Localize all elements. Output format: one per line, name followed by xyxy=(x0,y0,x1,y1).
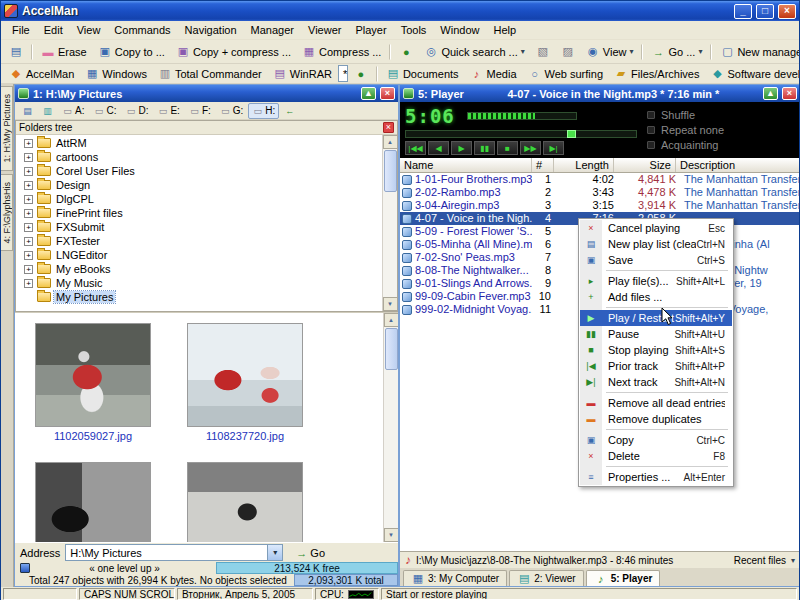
seek-slider[interactable] xyxy=(405,130,637,138)
close-folders-tree-icon[interactable] xyxy=(383,122,394,133)
playlist-row[interactable]: 3-04-Airegin.mp3 3 3:15 3,914 K The Manh… xyxy=(400,199,799,212)
tree-item[interactable]: + My Music xyxy=(16,276,382,290)
toolbar-button[interactable] xyxy=(31,44,33,60)
file-panel-title-bar[interactable]: 1: H:\My Pictures xyxy=(15,85,398,102)
transport-button[interactable]: ◀ xyxy=(428,141,449,155)
tree-item[interactable]: + Design xyxy=(16,178,382,192)
favorites-toolbar-button[interactable]: ◆ Software development xyxy=(706,65,800,83)
menu-item[interactable]: Commands xyxy=(107,22,177,38)
thumbnail-image[interactable] xyxy=(187,323,303,427)
favorites-toolbar-button[interactable]: ♪ Media xyxy=(465,65,522,83)
context-menu-item[interactable]: ▮▮ Pause Shift+Alt+U xyxy=(580,326,732,342)
favorites-toolbar-button[interactable]: *.* ▾ xyxy=(338,65,348,82)
minimize-button[interactable] xyxy=(734,4,752,19)
drive-button[interactable]: ▭ H: xyxy=(248,103,279,119)
favorites-toolbar-button[interactable] xyxy=(376,66,378,82)
toolbar-button[interactable]: ◉ View ▾ xyxy=(581,43,639,61)
menu-item[interactable]: Player xyxy=(348,22,393,38)
context-menu-item[interactable]: ■ Stop playing Shift+Alt+S xyxy=(580,342,732,358)
context-menu-item[interactable]: ▣ Save Ctrl+S xyxy=(580,252,732,268)
toolbar-button[interactable]: ▬ Erase xyxy=(36,43,92,61)
tree-expander-icon[interactable]: + xyxy=(24,223,33,232)
panel-tab-vertical[interactable]: 1: H:\My Pictures xyxy=(1,86,13,171)
thumbnail[interactable] xyxy=(35,462,151,542)
thumbnail-image[interactable] xyxy=(187,462,303,542)
context-menu-item[interactable]: × Cancel playing Esc xyxy=(580,220,732,236)
tree-expander-icon[interactable]: + xyxy=(24,251,33,260)
toolbar-button[interactable]: ▢ New manager xyxy=(715,43,799,61)
context-menu-item[interactable]: ▬ Remove all dead entries xyxy=(580,395,732,411)
tree-expander-icon[interactable]: + xyxy=(24,209,33,218)
thumbnail[interactable]: 1102059027.jpg xyxy=(35,323,151,442)
favorites-toolbar-button[interactable]: ▰ Files/Archives xyxy=(609,65,704,83)
tree-item[interactable]: + DlgCPL xyxy=(16,192,382,206)
favorites-toolbar-button[interactable]: ▥ Total Commander xyxy=(153,65,267,83)
toolbar-button[interactable]: ▦ Compress ... xyxy=(297,43,386,61)
favorites-toolbar-button[interactable]: ◆ AccelMan xyxy=(4,65,79,83)
favorites-toolbar-button[interactable]: ▤ Documents xyxy=(381,65,464,83)
thumbnails-scrollbar[interactable] xyxy=(383,313,398,542)
favorites-toolbar-button[interactable]: ▤ WinRAR xyxy=(268,65,337,83)
tree-item[interactable]: + AttRM xyxy=(16,136,382,150)
player-mode-toggle[interactable]: Repeat none xyxy=(647,124,795,136)
transport-button[interactable]: ▶ xyxy=(451,141,472,155)
tree-item[interactable]: My Pictures xyxy=(16,290,382,304)
favorites-toolbar-button[interactable]: ● xyxy=(349,65,373,83)
tree-item-label[interactable]: LNGEditor xyxy=(54,249,109,261)
menu-item[interactable]: Window xyxy=(433,22,486,38)
drive-button[interactable]: ▥ xyxy=(38,103,57,119)
menu-item[interactable]: Help xyxy=(486,22,523,38)
tree-item[interactable]: + FinePrint files xyxy=(16,206,382,220)
drive-button[interactable]: ← xyxy=(280,103,299,119)
player-mode-toggle[interactable]: Acquainting xyxy=(647,139,795,151)
transport-button[interactable]: |◀◀ xyxy=(405,141,426,155)
tree-item-label[interactable]: My Pictures xyxy=(54,291,115,303)
level-up-label[interactable]: « one level up » xyxy=(33,563,216,574)
tree-expander-icon[interactable]: + xyxy=(24,265,33,274)
tree-item-label[interactable]: FinePrint files xyxy=(54,207,125,219)
player-title-bar[interactable]: 5: Player 4-07 - Voice in the Night.mp3 … xyxy=(400,85,799,102)
menu-item[interactable]: Manager xyxy=(244,22,301,38)
toolbar-button[interactable]: ▧ xyxy=(531,43,555,61)
thumbnail[interactable] xyxy=(187,462,303,542)
toolbar-button[interactable]: ▣ Copy to ... xyxy=(93,43,170,61)
context-menu-item[interactable]: ▤ New play list (clear) Ctrl+N xyxy=(580,236,732,252)
level-up-icon[interactable] xyxy=(20,563,30,573)
tree-scrollbar[interactable] xyxy=(382,135,397,311)
toolbar-button[interactable]: ▨ xyxy=(556,43,580,61)
drive-button[interactable]: ▭ D: xyxy=(121,103,152,119)
tree-item[interactable]: + cartoons xyxy=(16,150,382,164)
playlist-column-header[interactable]: # xyxy=(532,158,554,172)
toolbar-button[interactable]: → Go ... ▾ xyxy=(646,43,707,61)
toolbar-button[interactable] xyxy=(389,44,391,60)
go-button[interactable]: → Go xyxy=(288,545,333,561)
panel-tab-vertical[interactable]: 4: F:\GlyphsHis xyxy=(1,174,13,252)
seek-thumb[interactable] xyxy=(567,130,576,138)
playlist-column-header[interactable]: Size xyxy=(614,158,676,172)
tree-item-label[interactable]: cartoons xyxy=(54,151,100,163)
tree-item[interactable]: + My eBooks xyxy=(16,262,382,276)
transport-button[interactable]: ▶▶ xyxy=(520,141,541,155)
tree-item[interactable]: + FXSubmit xyxy=(16,220,382,234)
favorites-toolbar-button[interactable]: ○ Web surfing xyxy=(523,65,609,83)
tree-expander-icon[interactable]: + xyxy=(24,279,33,288)
toolbar-button[interactable] xyxy=(641,44,643,60)
transport-button[interactable]: ▮▮ xyxy=(474,141,495,155)
tree-expander-icon[interactable]: + xyxy=(24,237,33,246)
menu-item[interactable]: File xyxy=(5,22,37,38)
context-menu-item[interactable]: × Delete F8 xyxy=(580,448,732,464)
playlist-row[interactable]: 1-01-Four Brothers.mp3 1 4:02 4,841 K Th… xyxy=(400,173,799,186)
thumbnail[interactable]: 1108237720.jpg xyxy=(187,323,303,442)
drive-button[interactable]: ▭ A: xyxy=(58,103,88,119)
menu-item[interactable]: Edit xyxy=(37,22,70,38)
tree-item-label[interactable]: DlgCPL xyxy=(54,193,96,205)
tree-item-label[interactable]: Design xyxy=(54,179,92,191)
window-tab[interactable]: ▤ 2: Viewer xyxy=(509,570,584,586)
favorites-toolbar-button[interactable]: ▦ Windows xyxy=(80,65,152,83)
window-tab[interactable]: ▦ 3: My Computer xyxy=(403,570,507,586)
context-menu-item[interactable]: ▸ Play file(s)... Shift+Alt+L xyxy=(580,273,732,289)
drive-button[interactable]: ▭ C: xyxy=(89,103,120,119)
volume-slider[interactable] xyxy=(467,112,577,120)
tree-expander-icon[interactable]: + xyxy=(24,195,33,204)
tree-item-label[interactable]: Corel User Files xyxy=(54,165,137,177)
